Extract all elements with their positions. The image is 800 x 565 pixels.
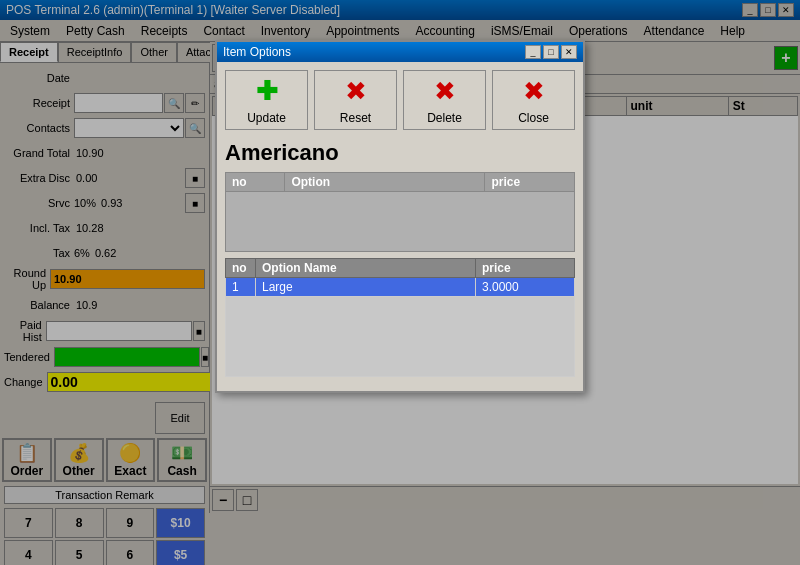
close-icon: ✖	[523, 76, 545, 107]
top-th-option: Option	[285, 173, 485, 192]
close-label: Close	[518, 111, 549, 125]
dialog-action-btns: ✚ Update ✖ Reset ✖ Delete ✖ Close	[225, 70, 575, 130]
top-option-table-wrapper: no Option price	[225, 172, 575, 252]
reset-icon: ✖	[345, 76, 367, 107]
top-option-table: no Option price	[225, 172, 575, 252]
top-table-empty-row	[226, 192, 575, 252]
option-row-1[interactable]: 1 Large 3.0000	[226, 278, 575, 297]
dialog-item-name: Americano	[225, 140, 575, 166]
reset-btn[interactable]: ✖ Reset	[314, 70, 397, 130]
dialog-title: Item Options	[223, 45, 291, 59]
option-price-1: 3.0000	[476, 278, 575, 297]
update-label: Update	[247, 111, 286, 125]
reset-label: Reset	[340, 111, 371, 125]
option-no-1: 1	[226, 278, 256, 297]
top-th-price: price	[485, 173, 575, 192]
modal-overlay: Item Options _ □ ✕ ✚ Update ✖ Reset ✖	[0, 0, 800, 565]
option-name-1: Large	[256, 278, 476, 297]
dialog-minimize-btn[interactable]: _	[525, 45, 541, 59]
bottom-option-table: no Option Name price 1 Large 3.0000	[225, 258, 575, 377]
update-icon: ✚	[256, 76, 278, 107]
option-empty-row	[226, 297, 575, 377]
dialog-content: ✚ Update ✖ Reset ✖ Delete ✖ Close Americ…	[217, 62, 583, 391]
bot-th-no: no	[226, 259, 256, 278]
dialog-title-controls[interactable]: _ □ ✕	[525, 45, 577, 59]
dialog-maximize-btn[interactable]: □	[543, 45, 559, 59]
delete-icon: ✖	[434, 76, 456, 107]
close-dialog-btn[interactable]: ✖ Close	[492, 70, 575, 130]
bot-th-price: price	[476, 259, 575, 278]
delete-btn[interactable]: ✖ Delete	[403, 70, 486, 130]
dialog-close-btn[interactable]: ✕	[561, 45, 577, 59]
item-options-dialog: Item Options _ □ ✕ ✚ Update ✖ Reset ✖	[215, 40, 585, 393]
bot-th-name: Option Name	[256, 259, 476, 278]
delete-label: Delete	[427, 111, 462, 125]
bottom-option-table-wrapper: no Option Name price 1 Large 3.0000	[225, 258, 575, 377]
update-btn[interactable]: ✚ Update	[225, 70, 308, 130]
top-th-no: no	[226, 173, 285, 192]
dialog-title-bar: Item Options _ □ ✕	[217, 42, 583, 62]
